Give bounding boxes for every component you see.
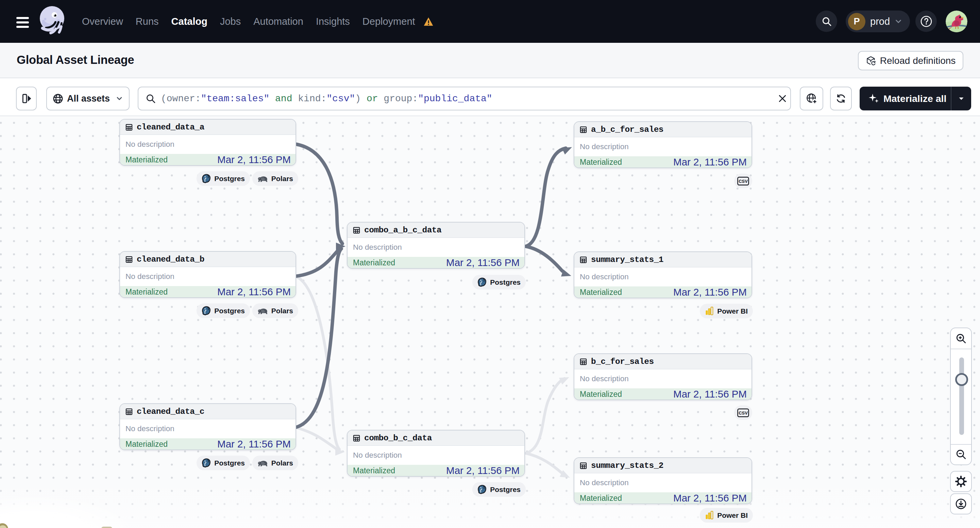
svg-text:CSV: CSV <box>738 179 748 184</box>
svg-text:CSV: CSV <box>738 411 748 415</box>
